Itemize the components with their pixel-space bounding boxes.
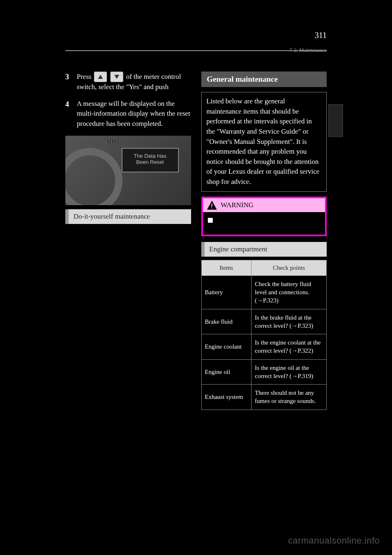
warning-triangle-icon: ! xyxy=(207,201,217,210)
diy-maintenance-heading: Do-it-yourself maintenance xyxy=(65,209,191,224)
general-maintenance-heading: General maintenance xyxy=(201,72,327,87)
dash-vents-graphic xyxy=(106,140,118,143)
col-header-items: Items xyxy=(201,260,252,275)
dashboard-illustration: The Data Has Been Reset xyxy=(65,136,191,205)
table-row: Engine oil Is the engine oil at the corr… xyxy=(201,359,327,385)
svg-marker-1 xyxy=(114,75,119,79)
svg-text:!: ! xyxy=(211,203,213,210)
table-row: Battery Check the battery fluid level an… xyxy=(201,275,327,309)
table-row: Brake fluid Is the brake fluid at the co… xyxy=(201,309,327,334)
step-3: 3 Press of the meter control switch, sel… xyxy=(65,72,191,92)
section-accent-bar xyxy=(201,242,205,257)
warning-header: ! WARNING xyxy=(203,198,325,212)
check-cell: Is the engine coolant at the correct lev… xyxy=(252,334,327,360)
meter-down-icon xyxy=(110,72,123,82)
engine-compartment-heading: Engine compartment xyxy=(201,242,327,257)
dash-screen-line2: Been Reset xyxy=(122,159,178,165)
watermark-text: carmanualsonline.info xyxy=(288,535,380,546)
table-row: Engine coolant Is the engine coolant at … xyxy=(201,334,327,360)
warning-body: If the engine is running xyxy=(203,212,325,235)
warning-text: If the engine is running xyxy=(218,216,278,223)
chapter-side-tab xyxy=(328,104,343,137)
dash-screen-line1: The Data Has xyxy=(122,153,178,159)
warning-box: ! WARNING If the engine is running xyxy=(201,197,327,236)
step-pre-text: Press xyxy=(77,73,93,81)
step-number: 4 xyxy=(65,99,73,129)
table-header-row: Items Check points xyxy=(201,260,327,275)
steering-wheel-graphic xyxy=(65,148,122,205)
page-number: 311 xyxy=(315,31,327,40)
check-cell: Is the brake fluid at the correct level?… xyxy=(252,309,327,334)
item-cell: Engine coolant xyxy=(201,334,252,360)
bullet-square-icon xyxy=(208,218,213,223)
warning-label: WARNING xyxy=(221,201,254,209)
item-cell: Battery xyxy=(201,275,252,309)
step-number: 3 xyxy=(65,72,73,92)
col-header-checkpoints: Check points xyxy=(252,260,327,275)
general-maintenance-intro: Listed below are the general maintenance… xyxy=(201,92,327,192)
check-cell: Is the engine oil at the correct level? … xyxy=(252,359,327,385)
table-row: Exhaust system There should not be any f… xyxy=(201,385,327,410)
check-cell: There should not be any fumes or strange… xyxy=(252,385,327,410)
step-body: A message will be displayed on the multi… xyxy=(77,99,191,129)
check-cell: Check the battery fluid level and connec… xyxy=(252,275,327,309)
manual-page: 311 7-2. Maintenance 3 Press of the mete… xyxy=(65,31,327,494)
step-body: Press of the meter control switch, selec… xyxy=(77,72,191,92)
breadcrumb: 7-2. Maintenance xyxy=(290,47,327,54)
item-cell: Exhaust system xyxy=(201,385,252,410)
page-header: 311 7-2. Maintenance xyxy=(65,31,327,51)
left-column: 3 Press of the meter control switch, sel… xyxy=(65,72,191,410)
item-cell: Engine oil xyxy=(201,359,252,385)
dash-display-screen: The Data Has Been Reset xyxy=(122,148,179,172)
diy-paragraph: If you perform maintenance yourself, be … xyxy=(65,228,191,260)
meter-up-icon xyxy=(94,72,107,82)
engine-check-table: Items Check points Battery Check the bat… xyxy=(201,260,327,410)
section-title: Do-it-yourself maintenance xyxy=(69,209,191,224)
right-column: General maintenance Listed below are the… xyxy=(201,72,327,410)
step-4: 4 A message will be displayed on the mul… xyxy=(65,99,191,129)
content-columns: 3 Press of the meter control switch, sel… xyxy=(65,72,327,410)
svg-marker-0 xyxy=(98,75,103,79)
section-accent-bar xyxy=(65,209,69,224)
section-title: Engine compartment xyxy=(205,242,327,257)
item-cell: Brake fluid xyxy=(201,309,252,334)
